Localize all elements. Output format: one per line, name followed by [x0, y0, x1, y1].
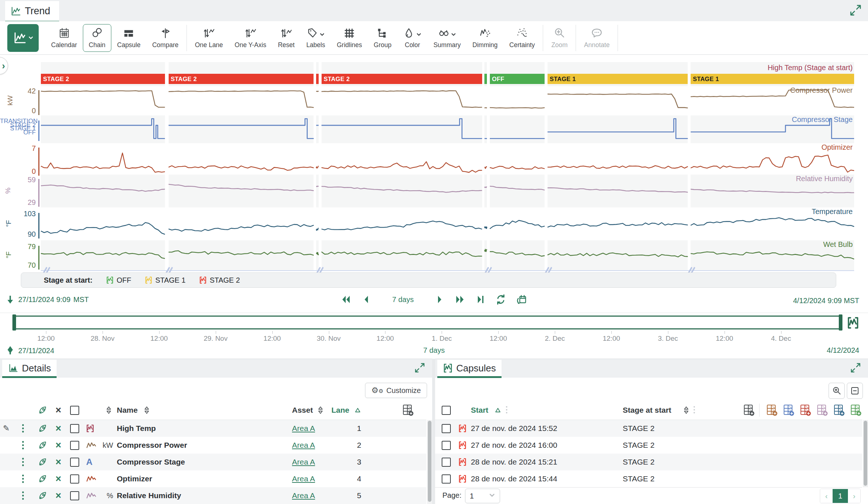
legend-item-off[interactable]: OFF: [106, 276, 131, 285]
rocket-icon[interactable]: [38, 420, 47, 437]
lane-label[interactable]: High Temp (Stage at start): [768, 64, 853, 72]
column-stage-at-start[interactable]: Stage at start: [623, 402, 671, 419]
expand-details-icon[interactable]: [414, 362, 426, 375]
step-back-fast-icon[interactable]: [341, 294, 352, 305]
row-checkbox[interactable]: [70, 437, 79, 454]
toolbar-dimming-button[interactable]: Dimming: [466, 24, 503, 52]
item-name[interactable]: Compressor Stage: [117, 454, 185, 470]
lane-sort-asc-icon[interactable]: [354, 402, 361, 419]
toolbar-summary-button[interactable]: Summary: [427, 24, 466, 52]
toolbar-calendar-button[interactable]: Calendar: [45, 24, 83, 52]
details-row-compressor-stage[interactable]: ×ACompressor StageArea A3: [0, 454, 426, 470]
tab-trend[interactable]: Trend: [5, 1, 59, 21]
add-column-icon[interactable]: [402, 402, 414, 419]
details-scrollbar-thumb[interactable]: [428, 421, 431, 502]
lane-label[interactable]: Wet Bulb: [823, 240, 853, 249]
page-select[interactable]: 1: [465, 489, 500, 503]
column-start[interactable]: Start: [471, 402, 488, 419]
column-menu-icon[interactable]: [505, 402, 508, 419]
collapse-capsules-button[interactable]: [847, 383, 863, 399]
asset-link[interactable]: Area A: [292, 420, 315, 437]
toolbar-certainty-button[interactable]: Certainty: [503, 24, 541, 52]
lane-label[interactable]: Temperature: [812, 207, 853, 216]
name-sort-icon[interactable]: [143, 402, 150, 419]
expand-capsules-icon[interactable]: [850, 362, 861, 375]
display-range-end[interactable]: 4/12/2024 9:09 MST: [793, 297, 859, 305]
timeline-right-handle[interactable]: [839, 314, 842, 331]
row-checkbox[interactable]: [442, 437, 451, 454]
panel-flyout-handle[interactable]: ›: [0, 57, 8, 75]
row-checkbox[interactable]: [442, 470, 451, 487]
capsules-scrollbar-thumb[interactable]: [864, 421, 867, 486]
toolbar-capsule-button[interactable]: Capsule: [111, 24, 146, 52]
kebab-menu-icon[interactable]: [21, 487, 25, 504]
select-all-checkbox[interactable]: [70, 402, 79, 419]
add-stat-column-icon[interactable]: [849, 402, 862, 419]
item-name[interactable]: Compressor Power: [117, 437, 187, 454]
column-asset[interactable]: Asset: [292, 402, 313, 419]
add-stat-column-icon[interactable]: [816, 402, 828, 419]
details-row-compressor-power[interactable]: ×kWCompressor PowerArea A2: [0, 437, 426, 454]
remove-icon[interactable]: ×: [55, 437, 61, 454]
asset-link[interactable]: Area A: [292, 470, 315, 487]
details-row-high-temp[interactable]: ✎×High TempArea A1: [0, 420, 426, 437]
toolbar-one-lane-button[interactable]: One Lane: [189, 24, 229, 52]
stage-capsule-bar[interactable]: OFF: [490, 74, 545, 84]
trend-type-dropdown[interactable]: [7, 24, 39, 52]
asset-link[interactable]: Area A: [292, 437, 315, 454]
add-stat-column-icon[interactable]: [833, 402, 845, 419]
stage-capsule-bar[interactable]: STAGE 2: [41, 74, 165, 84]
remove-icon[interactable]: ×: [55, 420, 61, 437]
expand-trend-icon[interactable]: [849, 4, 862, 18]
zoom-to-capsule-button[interactable]: [829, 383, 845, 399]
row-checkbox[interactable]: [442, 420, 451, 437]
lane-label[interactable]: Compressor Power: [790, 86, 853, 95]
column-lane[interactable]: Lane: [331, 402, 349, 419]
lane-label[interactable]: Relative Humidity: [796, 175, 853, 183]
lane-label[interactable]: Optimizer: [821, 143, 853, 152]
details-row-relative-humidity[interactable]: ×%Relative HumidityArea A5: [0, 487, 426, 504]
pager-page-1[interactable]: 1: [833, 489, 848, 503]
capsule-start[interactable]: 28 de nov. de 2024 15:21: [471, 454, 557, 470]
rocket-icon[interactable]: [38, 470, 47, 487]
capsule-start[interactable]: 28 de nov. de 2024 15:44: [471, 470, 557, 487]
row-checkbox[interactable]: [70, 454, 79, 470]
stage-sort-icon[interactable]: [683, 402, 690, 419]
toolbar-gridlines-button[interactable]: Gridlines: [331, 24, 368, 52]
end-datetime[interactable]: 4/12/2024 9:09: [793, 297, 842, 305]
step-back-icon[interactable]: [361, 294, 372, 305]
row-checkbox[interactable]: [442, 454, 451, 470]
details-row-optimizer[interactable]: ×OptimizerArea A4: [0, 470, 426, 487]
step-forward-fast-icon[interactable]: [454, 294, 465, 305]
item-name[interactable]: Relative Humidity: [117, 487, 181, 504]
column-name[interactable]: Name: [117, 402, 138, 419]
pager-prev[interactable]: ‹: [820, 489, 833, 503]
remove-icon[interactable]: ×: [55, 487, 61, 504]
remove-icon[interactable]: ×: [55, 470, 61, 487]
step-to-end-icon[interactable]: [475, 294, 486, 305]
toolbar-group-button[interactable]: Group: [368, 24, 397, 52]
details-scrollbar[interactable]: [427, 420, 432, 504]
toolbar-color-button[interactable]: Color: [397, 24, 427, 52]
capsules-scrollbar[interactable]: [863, 420, 868, 487]
rocket-icon[interactable]: [38, 454, 47, 470]
toolbar-labels-button[interactable]: Labels: [300, 24, 331, 52]
kebab-menu-icon[interactable]: [21, 437, 25, 454]
capsule-row-1[interactable]: 27 de nov. de 2024 15:52STAGE 2: [435, 420, 862, 437]
add-column-icon[interactable]: [742, 402, 755, 419]
stage-capsule-bar[interactable]: STAGE 1: [548, 74, 688, 84]
trend-chart[interactable]: › STAGE 2STAGE 2STAGE 2OFFSTAGE 1STAGE 1…: [0, 55, 868, 274]
capsule-time-icon[interactable]: [847, 316, 859, 331]
rocket-icon[interactable]: [38, 487, 47, 504]
range-duration[interactable]: 7 days: [0, 346, 868, 355]
start-sort-asc-icon[interactable]: [494, 402, 502, 419]
timeline-range-selector[interactable]: [15, 316, 842, 329]
customize-button[interactable]: ⚙⚙ Customize: [365, 383, 427, 398]
legend-item-stage-1[interactable]: STAGE 1: [145, 276, 185, 285]
stage-capsule-bar[interactable]: [484, 74, 487, 84]
capsule-start[interactable]: 27 de nov. de 2024 15:52: [471, 420, 557, 437]
pager-next[interactable]: ›: [848, 489, 860, 503]
remove-icon[interactable]: ×: [55, 454, 61, 470]
sort-icon[interactable]: [105, 402, 112, 419]
asset-link[interactable]: Area A: [292, 454, 315, 470]
